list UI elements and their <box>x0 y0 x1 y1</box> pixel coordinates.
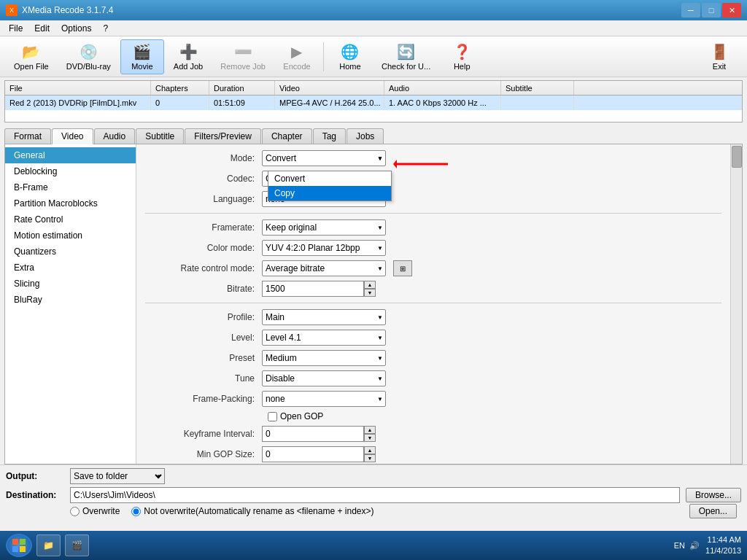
app-icon: X <box>6 4 18 16</box>
open-file-button[interactable]: 📂 Open File <box>6 39 57 74</box>
keyframe-input[interactable] <box>262 426 364 442</box>
scroll-thumb[interactable] <box>732 146 742 168</box>
min-gop-spin-down[interactable]: ▼ <box>364 454 376 462</box>
radio-group: Overwrite Not overwrite(Automatically re… <box>70 506 374 516</box>
frame-packing-select-wrapper: none <box>262 391 386 407</box>
check-update-button[interactable]: 🔄 Check for U... <box>374 39 438 74</box>
settings-scrollbar[interactable] <box>730 144 742 464</box>
open-button[interactable]: Open... <box>689 504 737 518</box>
sidebar-motion-estimation[interactable]: Motion estimation <box>5 228 136 244</box>
sidebar-bluray[interactable]: BluRay <box>5 292 136 308</box>
browse-button[interactable]: Browse... <box>686 488 741 502</box>
profile-select[interactable]: Main <box>262 309 386 325</box>
overwrite-radio1[interactable] <box>70 507 80 516</box>
tab-chapter[interactable]: Chapter <box>262 128 312 144</box>
start-button[interactable] <box>6 534 32 557</box>
encode-icon: ▶ <box>287 43 307 61</box>
rate-control-row: Rate control mode: Average bitrate ⊞ <box>145 260 721 276</box>
maximize-button[interactable]: □ <box>702 3 721 18</box>
col-chapters: Chapters <box>151 81 209 95</box>
menu-bar: File Edit Options ? <box>0 20 747 36</box>
sidebar-quantizers[interactable]: Quantizers <box>5 244 136 260</box>
overwrite-label1: Overwrite <box>82 506 120 516</box>
tab-audio[interactable]: Audio <box>94 128 136 144</box>
col-file: File <box>5 81 151 95</box>
minimize-button[interactable]: ─ <box>681 3 700 18</box>
frame-packing-select[interactable]: none <box>262 391 386 407</box>
bitrate-input[interactable] <box>262 281 364 297</box>
red-arrow-svg <box>393 156 452 172</box>
mode-option-copy[interactable]: Copy <box>268 186 391 201</box>
lang-indicator: EN <box>674 541 685 550</box>
rate-control-select[interactable]: Average bitrate <box>262 260 386 276</box>
tab-subtitle[interactable]: Subtitle <box>136 128 184 144</box>
close-button[interactable]: ✕ <box>722 3 741 18</box>
sidebar-extra[interactable]: Extra <box>5 260 136 276</box>
preset-row: Preset Medium <box>145 350 721 366</box>
open-gop-checkbox[interactable] <box>268 412 277 421</box>
tab-jobs[interactable]: Jobs <box>347 128 384 144</box>
min-gop-input[interactable] <box>262 446 364 462</box>
taskbar-clock[interactable]: 11:44 AM 11/4/2013 <box>705 534 741 557</box>
menu-help[interactable]: ? <box>97 22 114 35</box>
help-button[interactable]: ❓ Help <box>440 39 484 74</box>
cell-duration: 01:51:09 <box>209 96 275 110</box>
menu-options[interactable]: Options <box>55 22 97 35</box>
codec-row: Codec: Convert <box>145 171 721 187</box>
keyframe-spin-down[interactable]: ▼ <box>364 434 376 442</box>
menu-file[interactable]: File <box>3 22 28 35</box>
overwrite-option1[interactable]: Overwrite <box>70 506 120 516</box>
framerate-select[interactable]: Keep original <box>262 219 386 236</box>
file-list-header: File Chapters Duration Video Audio Subti… <box>5 81 742 96</box>
mode-select-wrapper: ▼ <box>262 150 386 166</box>
file-row[interactable]: Red 2 (2013) DVDRip [FilmDL].mkv 0 01:51… <box>5 96 742 110</box>
overwrite-option2[interactable]: Not overwrite(Automatically rename as <f… <box>131 506 374 516</box>
bitrate-spin-up[interactable]: ▲ <box>364 281 376 289</box>
dvd-bluray-button[interactable]: 💿 DVD/Blu-ray <box>58 39 119 74</box>
preset-label: Preset <box>145 353 262 363</box>
mode-label: Mode: <box>145 153 262 163</box>
output-row: Output: Save to folder <box>6 468 741 484</box>
svg-marker-1 <box>393 160 397 168</box>
encode-button[interactable]: ▶ Encode <box>275 39 319 74</box>
keyframe-spin-up[interactable]: ▲ <box>364 426 376 434</box>
taskbar-explorer-icon: 📁 <box>43 540 54 551</box>
sidebar-rate-control[interactable]: Rate Control <box>5 211 136 228</box>
sidebar-general[interactable]: General <box>5 147 136 163</box>
rate-control-select-wrapper: Average bitrate <box>262 260 386 276</box>
sidebar-slicing[interactable]: Slicing <box>5 276 136 292</box>
color-mode-label: Color mode: <box>145 243 262 253</box>
mode-row: Mode: ▼ Convert Copy <box>145 150 721 166</box>
exit-button[interactable]: 🚪 Exit <box>697 39 741 74</box>
output-select[interactable]: Save to folder <box>70 468 165 484</box>
mode-option-convert[interactable]: Convert <box>268 171 391 186</box>
mode-select[interactable] <box>262 150 386 166</box>
movie-button[interactable]: 🎬 Movie <box>120 39 164 74</box>
min-gop-spin-up[interactable]: ▲ <box>364 446 376 454</box>
tune-select[interactable]: Disable <box>262 370 386 386</box>
menu-edit[interactable]: Edit <box>28 22 55 35</box>
volume-icon[interactable]: 🔊 <box>689 541 700 551</box>
destination-input[interactable] <box>70 487 680 503</box>
color-mode-select[interactable]: YUV 4:2:0 Planar 12bpp <box>262 240 386 256</box>
tab-format[interactable]: Format <box>4 128 51 144</box>
bottom-area: Output: Save to folder Destination: Brow… <box>0 464 747 522</box>
level-select[interactable]: Level 4.1 <box>262 330 386 346</box>
sidebar-bframe[interactable]: B-Frame <box>5 179 136 195</box>
add-job-button[interactable]: ➕ Add Job <box>166 39 211 74</box>
overwrite-radio2[interactable] <box>131 507 141 516</box>
tab-video[interactable]: Video <box>52 128 93 144</box>
remove-job-button[interactable]: ➖ Remove Job <box>212 39 274 74</box>
rate-control-extra-btn[interactable]: ⊞ <box>393 260 412 276</box>
bitrate-spin-down[interactable]: ▼ <box>364 289 376 297</box>
sidebar-partition[interactable]: Partition Macroblocks <box>5 195 136 211</box>
sidebar-deblocking[interactable]: Deblocking <box>5 163 136 179</box>
taskbar-app-explorer[interactable]: 📁 <box>36 534 61 556</box>
tab-filters[interactable]: Filters/Preview <box>185 128 261 144</box>
home-button[interactable]: 🌐 Home <box>328 39 372 74</box>
taskbar-app-video[interactable]: 🎬 <box>65 534 89 556</box>
tab-tag[interactable]: Tag <box>313 128 346 144</box>
preset-select[interactable]: Medium <box>262 350 386 366</box>
keyframe-row: Keyframe Interval: ▲ ▼ <box>145 426 721 442</box>
add-job-icon: ➕ <box>178 43 198 61</box>
